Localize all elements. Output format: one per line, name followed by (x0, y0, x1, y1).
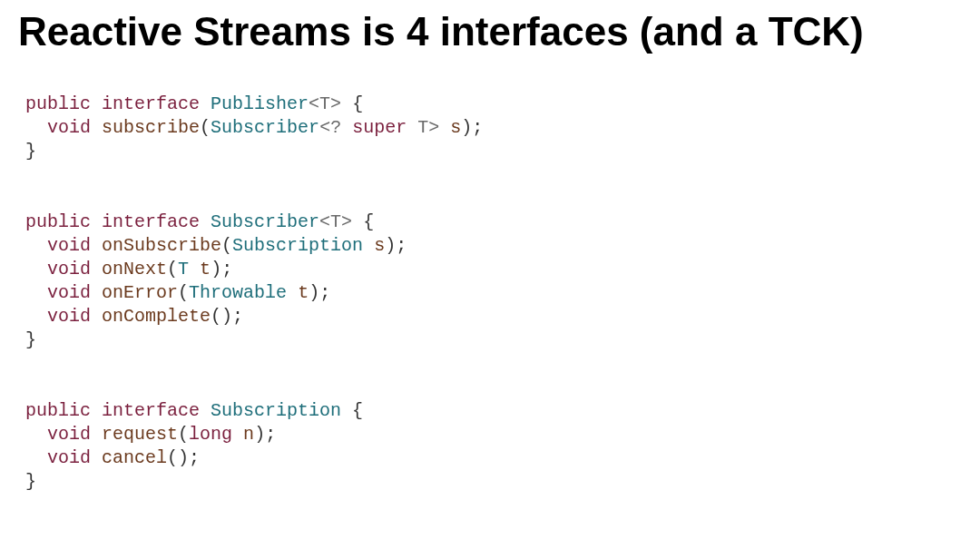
keyword-void: void (47, 282, 91, 303)
type-subscription: Subscription (232, 235, 363, 256)
method-request: request (102, 424, 178, 445)
paren-close: ); (211, 259, 232, 279)
keyword-void: void (47, 447, 91, 468)
keyword-interface: interface (102, 400, 200, 421)
paren-open: ( (211, 306, 221, 327)
brace-close: } (25, 329, 36, 350)
method-onnext: onNext (102, 259, 167, 279)
paren-open: ( (221, 235, 232, 256)
method-subscribe: subscribe (102, 117, 200, 138)
subscriber-interface: public interface Subscriber<T> { void on… (25, 211, 962, 352)
keyword-long: long (189, 424, 232, 445)
keyword-void: void (47, 235, 91, 256)
generic-t: T (417, 117, 428, 138)
brace-open: { (352, 211, 374, 232)
method-onerror: onError (102, 282, 178, 303)
keyword-public: public (25, 211, 91, 232)
method-cancel: cancel (102, 447, 167, 468)
generic-close: > (428, 117, 439, 138)
param-t: t (200, 259, 211, 279)
brace-close: } (25, 141, 36, 162)
paren-close: ); (309, 282, 330, 303)
type-publisher: Publisher (211, 93, 309, 114)
indent (25, 259, 47, 279)
keyword-interface: interface (102, 211, 200, 232)
paren-open: ( (167, 447, 178, 468)
type-subscriber: Subscriber (211, 117, 319, 138)
brace-open: { (341, 93, 363, 114)
paren-open: ( (200, 117, 211, 138)
keyword-interface: interface (102, 93, 200, 114)
paren-close: ); (385, 235, 407, 256)
method-oncomplete: onComplete (102, 306, 211, 327)
generic-t: <T> (309, 93, 341, 114)
indent (25, 282, 47, 303)
indent (25, 235, 47, 256)
type-subscriber: Subscriber (211, 211, 319, 232)
indent (25, 424, 47, 445)
type-subscription: Subscription (211, 400, 341, 421)
keyword-super: super (352, 117, 407, 138)
subscription-interface: public interface Subscription { void req… (25, 399, 962, 494)
param-n: n (243, 424, 254, 445)
publisher-interface: public interface Publisher<T> { void sub… (25, 93, 962, 163)
paren-close: ); (254, 424, 276, 445)
param-s: s (374, 235, 385, 256)
method-onsubscribe: onSubscribe (102, 235, 221, 256)
param-t: t (298, 282, 309, 303)
paren-close: ); (461, 117, 483, 138)
keyword-public: public (25, 400, 91, 421)
brace-close: } (25, 471, 36, 492)
code-block: public interface Publisher<T> { void sub… (18, 69, 962, 539)
indent (25, 117, 47, 138)
type-t: T (178, 259, 189, 279)
generic-wildcard: <? (319, 117, 341, 138)
indent (25, 306, 47, 327)
brace-open: { (341, 400, 363, 421)
paren-open: ( (178, 282, 189, 303)
param-s: s (450, 117, 461, 138)
keyword-void: void (47, 117, 91, 138)
keyword-void: void (47, 424, 91, 445)
slide-container: Reactive Streams is 4 interfaces (and a … (0, 0, 980, 539)
generic-t: <T> (319, 211, 352, 232)
type-throwable: Throwable (189, 282, 287, 303)
paren-open: ( (178, 424, 189, 445)
keyword-public: public (25, 93, 91, 114)
slide-title: Reactive Streams is 4 interfaces (and a … (18, 9, 962, 54)
paren-close: ); (178, 447, 200, 468)
keyword-void: void (47, 259, 91, 279)
keyword-void: void (47, 306, 91, 327)
indent (25, 447, 47, 468)
paren-close: ); (221, 306, 243, 327)
paren-open: ( (167, 259, 178, 279)
